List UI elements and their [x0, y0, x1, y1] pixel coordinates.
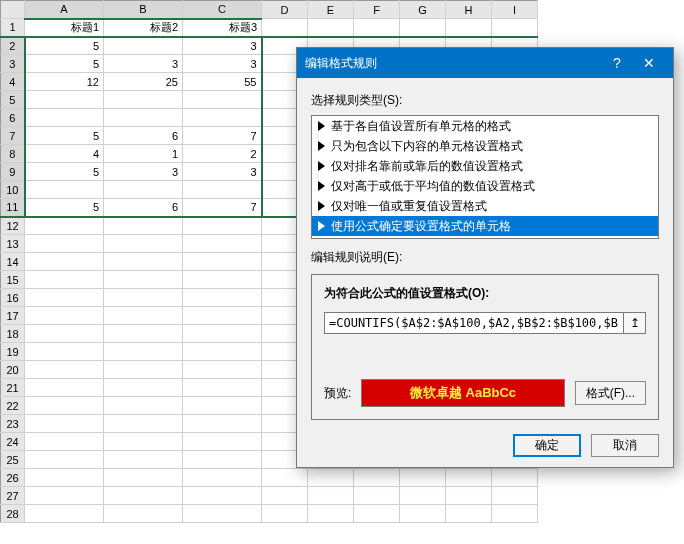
cancel-button[interactable]: 取消: [591, 434, 659, 457]
row-header[interactable]: 23: [1, 415, 25, 433]
row-header[interactable]: 17: [1, 307, 25, 325]
cell[interactable]: [446, 19, 492, 37]
cell[interactable]: [104, 289, 183, 307]
row-header[interactable]: 24: [1, 433, 25, 451]
cell[interactable]: [25, 325, 104, 343]
cell[interactable]: [25, 361, 104, 379]
cell[interactable]: [25, 289, 104, 307]
cell[interactable]: [492, 487, 538, 505]
cell[interactable]: [492, 19, 538, 37]
row-header[interactable]: 1: [1, 19, 25, 37]
cell[interactable]: [492, 469, 538, 487]
cell[interactable]: [183, 325, 262, 343]
cell[interactable]: [25, 433, 104, 451]
row-header[interactable]: 11: [1, 199, 25, 217]
cell[interactable]: [25, 451, 104, 469]
cell[interactable]: [183, 181, 262, 199]
row-header[interactable]: 4: [1, 73, 25, 91]
format-button[interactable]: 格式(F)...: [575, 381, 646, 405]
cell[interactable]: [262, 19, 308, 37]
row-header[interactable]: 26: [1, 469, 25, 487]
row-header[interactable]: 21: [1, 379, 25, 397]
cell[interactable]: [183, 451, 262, 469]
row-header[interactable]: 3: [1, 55, 25, 73]
cell[interactable]: 2: [183, 145, 262, 163]
close-button[interactable]: ✕: [633, 48, 665, 78]
cell[interactable]: [183, 415, 262, 433]
cell[interactable]: [104, 307, 183, 325]
cell[interactable]: 3: [183, 55, 262, 73]
cell[interactable]: 6: [104, 199, 183, 217]
cell[interactable]: [25, 271, 104, 289]
cell[interactable]: [183, 397, 262, 415]
cell[interactable]: 3: [104, 163, 183, 181]
col-header[interactable]: G: [400, 1, 446, 19]
cell[interactable]: [25, 397, 104, 415]
row-header[interactable]: 7: [1, 127, 25, 145]
row-header[interactable]: 12: [1, 217, 25, 235]
cell[interactable]: 3: [183, 163, 262, 181]
cell[interactable]: 3: [104, 55, 183, 73]
rule-type-list[interactable]: 基于各自值设置所有单元格的格式只为包含以下内容的单元格设置格式仅对排名靠前或靠后…: [311, 115, 659, 239]
cell[interactable]: [354, 469, 400, 487]
cell[interactable]: [308, 505, 354, 523]
cell[interactable]: [308, 19, 354, 37]
cell[interactable]: [104, 361, 183, 379]
col-header[interactable]: A: [25, 1, 104, 19]
cell[interactable]: 5: [25, 163, 104, 181]
cell[interactable]: [25, 469, 104, 487]
rule-type-item[interactable]: 仅对排名靠前或靠后的数值设置格式: [312, 156, 658, 176]
cell[interactable]: [104, 469, 183, 487]
row-header[interactable]: 6: [1, 109, 25, 127]
cell[interactable]: [308, 487, 354, 505]
cell[interactable]: [25, 109, 104, 127]
row-header[interactable]: 25: [1, 451, 25, 469]
row-header[interactable]: 16: [1, 289, 25, 307]
cell[interactable]: [104, 181, 183, 199]
cell[interactable]: [25, 307, 104, 325]
cell[interactable]: [25, 505, 104, 523]
cell[interactable]: [104, 91, 183, 109]
cell[interactable]: [183, 109, 262, 127]
cell[interactable]: [25, 415, 104, 433]
cell[interactable]: [104, 37, 183, 55]
cell[interactable]: [400, 19, 446, 37]
cell[interactable]: [183, 487, 262, 505]
range-selector-button[interactable]: ↥: [624, 312, 646, 334]
cell[interactable]: 5: [25, 55, 104, 73]
cell[interactable]: [400, 487, 446, 505]
dialog-titlebar[interactable]: 编辑格式规则 ? ✕: [297, 48, 673, 78]
row-header[interactable]: 20: [1, 361, 25, 379]
row-header[interactable]: 10: [1, 181, 25, 199]
cell[interactable]: [104, 253, 183, 271]
cell[interactable]: [183, 343, 262, 361]
select-all-corner[interactable]: [1, 1, 25, 19]
rule-type-item[interactable]: 使用公式确定要设置格式的单元格: [312, 216, 658, 236]
cell[interactable]: [446, 487, 492, 505]
row-header[interactable]: 19: [1, 343, 25, 361]
cell[interactable]: 5: [25, 199, 104, 217]
row-header[interactable]: 27: [1, 487, 25, 505]
cell[interactable]: [183, 469, 262, 487]
row-header[interactable]: 15: [1, 271, 25, 289]
cell[interactable]: 7: [183, 199, 262, 217]
cell[interactable]: [183, 307, 262, 325]
rule-type-item[interactable]: 只为包含以下内容的单元格设置格式: [312, 136, 658, 156]
cell[interactable]: [183, 289, 262, 307]
cell[interactable]: [104, 109, 183, 127]
cell[interactable]: 5: [25, 127, 104, 145]
cell[interactable]: [262, 469, 308, 487]
cell[interactable]: [25, 217, 104, 235]
row-header[interactable]: 8: [1, 145, 25, 163]
cell[interactable]: 25: [104, 73, 183, 91]
cell[interactable]: [104, 343, 183, 361]
cell[interactable]: [183, 217, 262, 235]
cell[interactable]: 标题3: [183, 19, 262, 37]
cell[interactable]: [104, 271, 183, 289]
cell[interactable]: [354, 505, 400, 523]
row-header[interactable]: 5: [1, 91, 25, 109]
rule-type-item[interactable]: 仅对唯一值或重复值设置格式: [312, 196, 658, 216]
cell[interactable]: [354, 487, 400, 505]
row-header[interactable]: 13: [1, 235, 25, 253]
cell[interactable]: [183, 361, 262, 379]
